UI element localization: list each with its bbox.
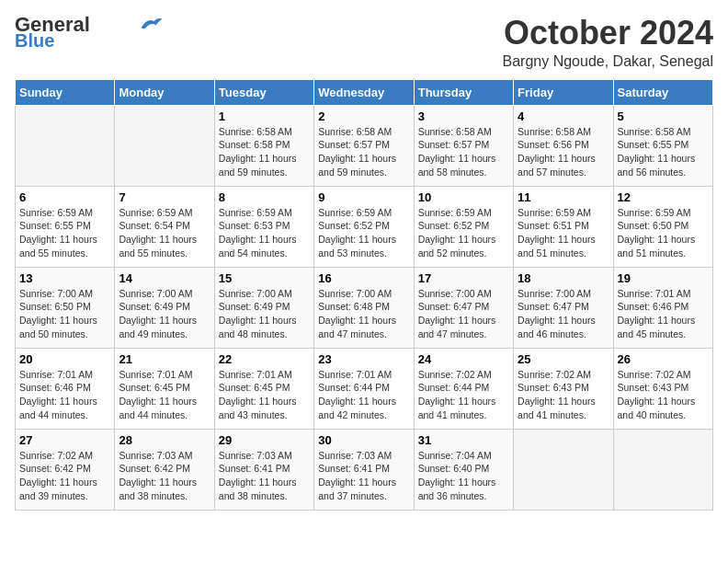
day-info: Sunrise: 6:58 AMSunset: 6:57 PMDaylight:…: [418, 125, 509, 179]
calendar-day-cell: 21Sunrise: 7:01 AMSunset: 6:45 PMDayligh…: [115, 348, 214, 429]
calendar-week-row: 20Sunrise: 7:01 AMSunset: 6:46 PMDayligh…: [16, 348, 713, 429]
calendar-day-cell: 20Sunrise: 7:01 AMSunset: 6:46 PMDayligh…: [16, 348, 115, 429]
calendar-day-cell: 26Sunrise: 7:02 AMSunset: 6:43 PMDayligh…: [613, 348, 712, 429]
day-number: 7: [119, 190, 210, 204]
calendar-day-cell: [613, 429, 712, 510]
day-info: Sunrise: 7:00 AMSunset: 6:47 PMDaylight:…: [418, 287, 509, 341]
calendar-day-cell: 22Sunrise: 7:01 AMSunset: 6:45 PMDayligh…: [214, 348, 313, 429]
day-info: Sunrise: 6:59 AMSunset: 6:53 PMDaylight:…: [219, 206, 310, 260]
day-number: 16: [318, 271, 409, 285]
day-info: Sunrise: 6:58 AMSunset: 6:57 PMDaylight:…: [318, 125, 409, 179]
day-info: Sunrise: 7:01 AMSunset: 6:46 PMDaylight:…: [618, 287, 709, 341]
day-number: 29: [219, 433, 310, 447]
calendar-day-cell: 25Sunrise: 7:02 AMSunset: 6:43 PMDayligh…: [514, 348, 613, 429]
day-info: Sunrise: 7:01 AMSunset: 6:46 PMDaylight:…: [19, 368, 110, 422]
calendar-week-row: 1Sunrise: 6:58 AMSunset: 6:58 PMDaylight…: [16, 105, 713, 186]
day-number: 23: [318, 352, 409, 366]
calendar-day-cell: 4Sunrise: 6:58 AMSunset: 6:56 PMDaylight…: [514, 105, 613, 186]
day-info: Sunrise: 7:02 AMSunset: 6:42 PMDaylight:…: [19, 449, 110, 503]
day-number: 14: [119, 271, 210, 285]
day-number: 31: [418, 433, 509, 447]
month-title: October 2024: [503, 15, 713, 52]
day-info: Sunrise: 7:00 AMSunset: 6:50 PMDaylight:…: [19, 287, 110, 341]
calendar-day-cell: 15Sunrise: 7:00 AMSunset: 6:49 PMDayligh…: [214, 267, 313, 348]
day-number: 24: [418, 352, 509, 366]
calendar-day-cell: 24Sunrise: 7:02 AMSunset: 6:44 PMDayligh…: [414, 348, 513, 429]
calendar-day-cell: 16Sunrise: 7:00 AMSunset: 6:48 PMDayligh…: [314, 267, 414, 348]
calendar-day-cell: 3Sunrise: 6:58 AMSunset: 6:57 PMDaylight…: [414, 105, 513, 186]
day-info: Sunrise: 7:02 AMSunset: 6:43 PMDaylight:…: [518, 368, 609, 422]
weekday-header-saturday: Saturday: [613, 79, 712, 105]
day-number: 8: [219, 190, 310, 204]
day-number: 25: [518, 352, 609, 366]
calendar-day-cell: 10Sunrise: 6:59 AMSunset: 6:52 PMDayligh…: [414, 186, 513, 267]
day-number: 26: [618, 352, 709, 366]
day-number: 4: [518, 109, 609, 123]
logo: General Blue: [15, 15, 164, 50]
day-number: 2: [318, 109, 409, 123]
day-number: 13: [19, 271, 110, 285]
day-info: Sunrise: 6:59 AMSunset: 6:51 PMDaylight:…: [518, 206, 609, 260]
day-info: Sunrise: 6:58 AMSunset: 6:55 PMDaylight:…: [618, 125, 709, 179]
weekday-header-sunday: Sunday: [16, 79, 115, 105]
calendar-week-row: 6Sunrise: 6:59 AMSunset: 6:55 PMDaylight…: [16, 186, 713, 267]
calendar-day-cell: [514, 429, 613, 510]
weekday-header-friday: Friday: [514, 79, 613, 105]
weekday-header-thursday: Thursday: [414, 79, 513, 105]
day-info: Sunrise: 6:58 AMSunset: 6:58 PMDaylight:…: [219, 125, 310, 179]
day-number: 11: [518, 190, 609, 204]
calendar-day-cell: 5Sunrise: 6:58 AMSunset: 6:55 PMDaylight…: [613, 105, 712, 186]
day-number: 22: [219, 352, 310, 366]
day-info: Sunrise: 7:02 AMSunset: 6:43 PMDaylight:…: [618, 368, 709, 422]
day-info: Sunrise: 6:59 AMSunset: 6:55 PMDaylight:…: [19, 206, 110, 260]
calendar-day-cell: 8Sunrise: 6:59 AMSunset: 6:53 PMDaylight…: [214, 186, 313, 267]
calendar-week-row: 27Sunrise: 7:02 AMSunset: 6:42 PMDayligh…: [16, 429, 713, 510]
calendar-day-cell: 28Sunrise: 7:03 AMSunset: 6:42 PMDayligh…: [115, 429, 214, 510]
day-info: Sunrise: 6:59 AMSunset: 6:52 PMDaylight:…: [318, 206, 409, 260]
calendar-day-cell: 6Sunrise: 6:59 AMSunset: 6:55 PMDaylight…: [16, 186, 115, 267]
calendar-day-cell: 23Sunrise: 7:01 AMSunset: 6:44 PMDayligh…: [314, 348, 414, 429]
weekday-header-tuesday: Tuesday: [214, 79, 313, 105]
day-info: Sunrise: 7:01 AMSunset: 6:44 PMDaylight:…: [318, 368, 409, 422]
location-subtitle: Bargny Ngoude, Dakar, Senegal: [503, 53, 713, 70]
weekday-header-row: SundayMondayTuesdayWednesdayThursdayFrid…: [16, 79, 713, 105]
day-info: Sunrise: 7:01 AMSunset: 6:45 PMDaylight:…: [219, 368, 310, 422]
day-info: Sunrise: 7:03 AMSunset: 6:41 PMDaylight:…: [318, 449, 409, 503]
day-number: 20: [19, 352, 110, 366]
day-number: 18: [518, 271, 609, 285]
day-info: Sunrise: 6:59 AMSunset: 6:52 PMDaylight:…: [418, 206, 509, 260]
day-info: Sunrise: 7:03 AMSunset: 6:41 PMDaylight:…: [219, 449, 310, 503]
day-info: Sunrise: 7:00 AMSunset: 6:49 PMDaylight:…: [219, 287, 310, 341]
calendar-day-cell: 7Sunrise: 6:59 AMSunset: 6:54 PMDaylight…: [115, 186, 214, 267]
day-info: Sunrise: 6:58 AMSunset: 6:56 PMDaylight:…: [518, 125, 609, 179]
day-info: Sunrise: 7:04 AMSunset: 6:40 PMDaylight:…: [418, 449, 509, 503]
day-info: Sunrise: 7:02 AMSunset: 6:44 PMDaylight:…: [418, 368, 509, 422]
calendar-day-cell: 2Sunrise: 6:58 AMSunset: 6:57 PMDaylight…: [314, 105, 414, 186]
day-number: 21: [119, 352, 210, 366]
day-info: Sunrise: 7:00 AMSunset: 6:47 PMDaylight:…: [518, 287, 609, 341]
calendar-day-cell: 30Sunrise: 7:03 AMSunset: 6:41 PMDayligh…: [314, 429, 414, 510]
logo-bird-icon: [138, 16, 164, 32]
calendar-day-cell: 14Sunrise: 7:00 AMSunset: 6:49 PMDayligh…: [115, 267, 214, 348]
calendar-day-cell: 11Sunrise: 6:59 AMSunset: 6:51 PMDayligh…: [514, 186, 613, 267]
day-number: 5: [618, 109, 709, 123]
day-info: Sunrise: 6:59 AMSunset: 6:50 PMDaylight:…: [618, 206, 709, 260]
page-header: General Blue October 2024 Bargny Ngoude,…: [15, 15, 713, 70]
day-number: 30: [318, 433, 409, 447]
calendar-day-cell: 1Sunrise: 6:58 AMSunset: 6:58 PMDaylight…: [214, 105, 313, 186]
calendar-day-cell: 13Sunrise: 7:00 AMSunset: 6:50 PMDayligh…: [16, 267, 115, 348]
day-info: Sunrise: 7:00 AMSunset: 6:48 PMDaylight:…: [318, 287, 409, 341]
calendar-day-cell: 27Sunrise: 7:02 AMSunset: 6:42 PMDayligh…: [16, 429, 115, 510]
calendar-table: SundayMondayTuesdayWednesdayThursdayFrid…: [15, 79, 713, 511]
day-number: 12: [618, 190, 709, 204]
calendar-day-cell: 12Sunrise: 6:59 AMSunset: 6:50 PMDayligh…: [613, 186, 712, 267]
weekday-header-monday: Monday: [115, 79, 214, 105]
calendar-day-cell: 19Sunrise: 7:01 AMSunset: 6:46 PMDayligh…: [613, 267, 712, 348]
day-number: 6: [19, 190, 110, 204]
day-number: 19: [618, 271, 709, 285]
calendar-day-cell: 29Sunrise: 7:03 AMSunset: 6:41 PMDayligh…: [214, 429, 313, 510]
weekday-header-wednesday: Wednesday: [314, 79, 414, 105]
day-info: Sunrise: 6:59 AMSunset: 6:54 PMDaylight:…: [119, 206, 210, 260]
calendar-day-cell: [115, 105, 214, 186]
day-number: 17: [418, 271, 509, 285]
